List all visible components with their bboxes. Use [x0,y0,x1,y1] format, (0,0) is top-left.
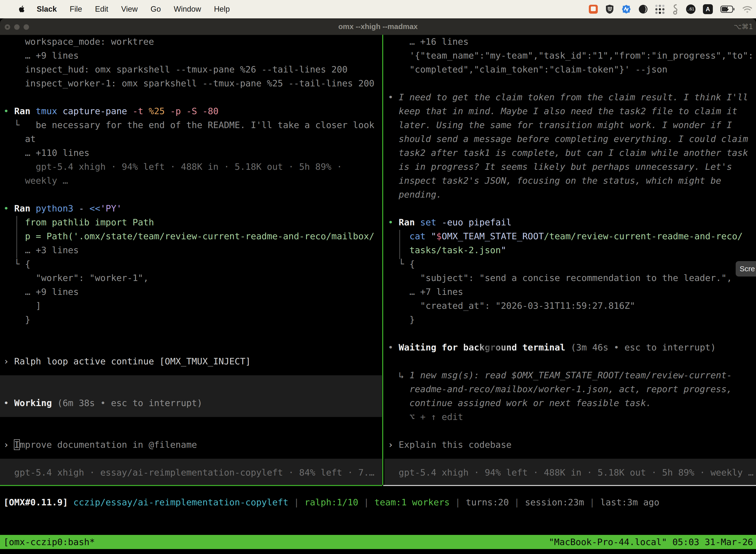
terminal-line [0,90,382,104]
terminal-line [384,354,756,368]
terminal-line: • I need to get the claim token from the… [384,90,756,104]
tooltip-label: Scre [740,265,755,273]
menubar-status-icons: ..61 A [589,0,753,18]
omx-status-line: [OMX#0.11.9] cczip/essay/ai-reimplementa… [0,495,756,509]
screen-record-icon[interactable] [589,5,598,14]
terminal-line: ↳ 1 new msg(s): read $OMX_TEAM_STATE_ROO… [384,368,756,382]
terminal-line: [OMX#0.11.9] cczip/essay/ai-reimplementa… [0,495,756,509]
terminal-line: inspect_hud: omx sparkshell --tmux-pane … [0,63,382,76]
sync-badge-icon[interactable] [622,4,631,14]
terminal-line: } [384,313,756,327]
terminal-line: … +9 lines [0,285,382,299]
terminal-line: "created_at": "2026-03-31T11:59:27.816Z" [384,299,756,313]
terminal-line: › Ralph loop active continue [OMX_TMUX_I… [0,354,382,368]
left-terminal-pane[interactable]: workspace_mode: worktree … +9 lines insp… [0,35,382,485]
pane-divider[interactable] [382,35,383,485]
dots-grid-icon[interactable] [655,4,665,14]
terminal-line: "completed","claim_token":"claim-token"}… [384,63,756,76]
terminal-line: task2 after task1 is complete, but can I… [384,146,756,160]
terminal-line: from pathlib import Path [0,215,382,229]
badge-61-icon[interactable]: ..61 [686,4,695,14]
right-pane-bottom-border [383,485,756,486]
shield-grid-icon[interactable] [605,4,614,14]
terminal-line: gpt-5.4 xhigh · 94% left · 488K in · 5.1… [0,160,382,174]
terminal-line: └ { [0,257,382,271]
right-terminal-pane[interactable]: … +16 lines '{"team_name":"my-team","tas… [384,35,756,485]
terminal-line: • Ran python3 - <<'PY' [0,202,382,215]
window-titlebar: omx --xhigh --madmax ⌥⌘1 [0,18,756,35]
terminal-line: • Working (6m 38s • esc to interrupt) [0,396,382,410]
terminal-line: … +16 lines [384,35,756,49]
terminal-line [384,424,756,438]
terminal-line [0,368,382,382]
terminal-line [384,452,756,466]
menu-item-help[interactable]: Help [214,5,230,13]
terminal-line [0,410,382,424]
terminal-line: inspect task2's JSON, focusing on the st… [384,174,756,188]
terminal-line: inspect_worker-1: omx sparkshell --tmux-… [0,76,382,90]
terminal-line: └ { [384,257,756,271]
terminal-line: … +110 lines [0,146,382,160]
menu-item-go[interactable]: Go [150,5,161,13]
terminal-line [0,424,382,438]
apple-logo-icon[interactable] [18,4,26,14]
terminal-line: } [0,313,382,327]
terminal-line: › Improve documentation in @filename [0,438,382,452]
battery-icon[interactable] [720,5,735,13]
terminal-line: readme-and-reco/mailbox/worker-1.json, a… [384,382,756,396]
terminal-line [384,76,756,90]
terminal-line: should send a message before completing … [384,132,756,146]
terminal-line: "subject": "send a concise recommendatio… [384,271,756,285]
terminal-line: gpt-5.4 xhigh · essay/ai-reimplementatio… [0,466,382,480]
menu-item-slack[interactable]: Slack [37,5,57,13]
terminal-line [0,188,382,202]
window-shortcut: ⌥⌘1 [734,18,753,35]
terminal-line: at [0,132,382,146]
terminal-line: … +7 lines [384,285,756,299]
window-title: omx --xhigh --madmax [0,18,756,35]
terminal-line: workspace_mode: worktree [0,35,382,49]
terminal-line: • Waiting for background terminal (3m 46… [384,340,756,354]
terminal-line: "worker": "worker-1", [0,271,382,285]
terminal-line: … +9 lines [0,49,382,63]
wifi-icon[interactable] [742,5,753,13]
terminal-line [384,202,756,215]
terminal-line: cat "$OMX_TEAM_STATE_ROOT/team/review-cu… [384,229,756,243]
pie-menu-icon[interactable] [638,4,648,14]
terminal-line [0,340,382,354]
terminal-line [0,452,382,466]
terminal-line [0,327,382,340]
terminal-line: ⌥ + ↑ edit [384,410,756,424]
terminal-line: ] [0,299,382,313]
terminal-line [0,382,382,396]
terminal-line: '{"team_name":"my-team","task_id":"1","f… [384,49,756,63]
menu-item-file[interactable]: File [70,5,82,13]
tmux-host-clock: "MacBook-Pro-44.local" 05:03 31-Mar-26 [549,535,753,549]
terminal-line: weekly … [0,174,382,188]
left-pane-bottom-border [0,485,382,486]
screen-tooltip: Scre [736,261,756,277]
input-source-icon[interactable]: A [703,4,713,14]
terminal-line: p = Path('.omx/state/team/review-current… [0,229,382,243]
terminal-line: pending. [384,188,756,202]
menu-item-view[interactable]: View [121,5,138,13]
terminal-line: continue assigned work or next feasible … [384,396,756,410]
menu-item-edit[interactable]: Edit [95,5,108,13]
terminal-line: … +3 lines [0,243,382,257]
terminal-window: omx --xhigh --madmax ⌥⌘1 workspace_mode:… [0,18,756,554]
terminal-line: • Ran set -euo pipefail [384,215,756,229]
menu-bar: SlackFileEditViewGoWindowHelp ..61 A [0,0,756,18]
tmux-session-label: [omx-cczip0:bash* [3,535,95,549]
squiggle-icon[interactable] [672,4,679,15]
terminal-line: gpt-5.4 xhigh · 94% left · 488K in · 5.1… [384,466,756,480]
terminal-line: └ be necessary for the end of the README… [0,118,382,132]
terminal-line: tasks/task-2.json" [384,243,756,257]
terminal-line: • Ran tmux capture-pane -t %25 -p -S -80 [0,104,382,118]
menu-items: SlackFileEditViewGoWindowHelp [26,5,230,14]
terminal-line [384,327,756,340]
terminal-line: is in progress? It seems likely but perh… [384,160,756,174]
menu-item-window[interactable]: Window [174,5,201,13]
terminal-line: › Explain this codebase [384,438,756,452]
tmux-status-bar: [omx-cczip0:bash* "MacBook-Pro-44.local"… [0,535,756,549]
terminal-line: later. Using the same for transition mig… [384,118,756,132]
